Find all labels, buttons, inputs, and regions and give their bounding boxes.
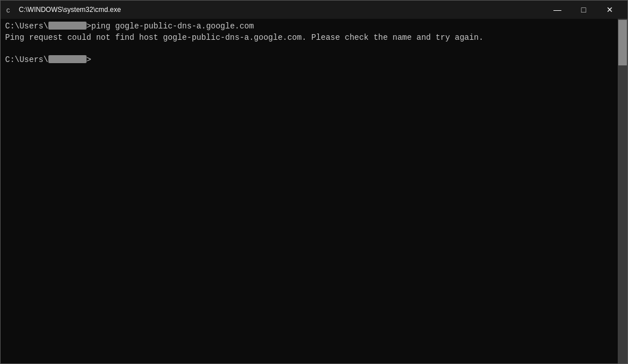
scrollbar-thumb[interactable] <box>618 20 627 65</box>
cursor-prompt: > <box>87 55 91 64</box>
window-title: C:\WINDOWS\system32\cmd.exe <box>19 6 121 14</box>
minimize-button[interactable]: — <box>544 1 570 19</box>
svg-text:C: C <box>6 7 10 14</box>
prompt-2: C:\Users\ <box>5 55 48 64</box>
maximize-button[interactable]: □ <box>570 1 597 19</box>
command-1: >ping gogle-public-dns-a.google.com <box>87 22 254 31</box>
close-button[interactable]: ✕ <box>597 1 623 19</box>
console-line-2: Ping request could not find host gogle-p… <box>5 32 613 44</box>
scrollbar[interactable] <box>618 19 627 363</box>
window-controls: — □ ✕ <box>544 1 623 19</box>
title-bar-left: C C:\WINDOWS\system32\cmd.exe <box>5 5 121 15</box>
console-body: C:\Users\ >ping gogle-public-dns-a.googl… <box>1 19 627 363</box>
console-line-1: C:\Users\ >ping gogle-public-dns-a.googl… <box>5 21 613 32</box>
cmd-icon: C <box>5 5 15 15</box>
console-content[interactable]: C:\Users\ >ping gogle-public-dns-a.googl… <box>1 19 618 363</box>
console-line-4: C:\Users\ > <box>5 55 613 66</box>
cmd-window: C C:\WINDOWS\system32\cmd.exe — □ ✕ C:\U… <box>0 0 628 364</box>
prompt-1: C:\Users\ <box>5 22 48 31</box>
title-bar: C C:\WINDOWS\system32\cmd.exe — □ ✕ <box>1 1 627 19</box>
redacted-username-1 <box>48 22 87 30</box>
redacted-username-2 <box>48 55 87 63</box>
console-line-3 <box>5 43 613 55</box>
